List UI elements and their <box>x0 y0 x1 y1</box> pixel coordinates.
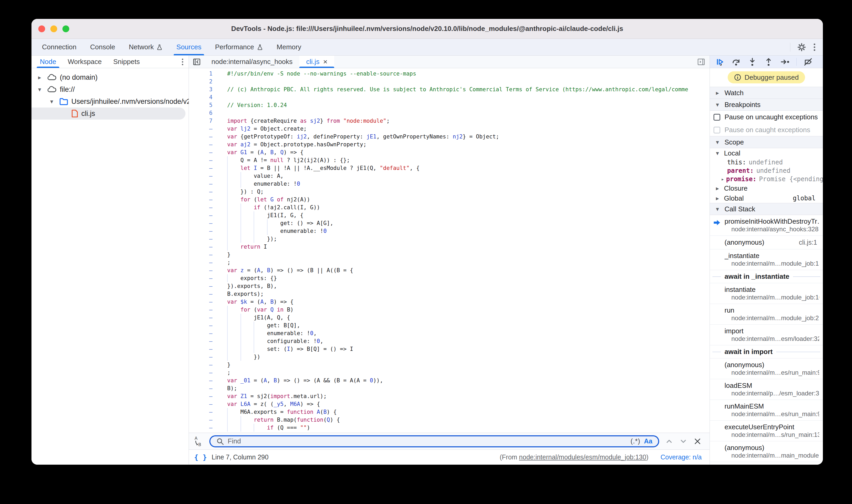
editor-tab-clijs[interactable]: cli.js × <box>299 56 334 68</box>
tree-item--no-domain-[interactable]: ▸(no domain) <box>32 71 189 84</box>
close-window-button[interactable] <box>38 25 45 32</box>
line-number[interactable]: – <box>189 180 212 188</box>
code-line[interactable]: –var lj2 = Object.create; <box>189 125 710 133</box>
code-line[interactable]: –for (var Q in B) <box>189 306 710 313</box>
find-input[interactable]: Find (.*) Aa <box>209 435 659 447</box>
code-line[interactable]: –var aj2 = Object.prototype.hasOwnProper… <box>189 141 710 148</box>
code-line[interactable]: –}) : Q; <box>189 188 710 196</box>
code-line[interactable]: –; <box>189 369 710 377</box>
code-line[interactable]: –var G1 = (A, B, Q) => { <box>189 148 710 156</box>
code-line[interactable]: –B.exports); <box>189 290 710 298</box>
coverage-link[interactable]: Coverage: n/a <box>660 453 702 461</box>
resume-button[interactable] <box>715 57 725 67</box>
settings-gear-icon[interactable] <box>797 43 806 52</box>
step-out-button[interactable] <box>764 57 773 67</box>
stack-frame[interactable]: _instantiatenode:internal/m…module_job:1… <box>710 249 823 270</box>
line-number[interactable]: – <box>189 235 212 243</box>
close-find-icon[interactable] <box>693 437 702 446</box>
code-line[interactable]: –configurable: !0, <box>189 337 710 345</box>
tab-console[interactable]: Console <box>84 39 122 55</box>
stack-frame[interactable]: runnode:internal/m…module_job:214 <box>710 304 823 325</box>
tree-item-cli-js[interactable]: cli.js <box>32 108 185 120</box>
line-number[interactable]: – <box>189 345 212 353</box>
regex-toggle[interactable]: (.*) <box>631 437 640 445</box>
code-line[interactable]: –enumerable: !0 <box>189 180 710 188</box>
line-number[interactable]: – <box>189 243 212 251</box>
code-line[interactable]: –for (let G of nj2(A)) <box>189 196 710 203</box>
hide-navigator-icon[interactable] <box>189 56 205 68</box>
line-number[interactable]: 1 <box>189 70 212 78</box>
code-line[interactable]: 3// (c) Anthropic PBC. All rights reserv… <box>189 86 710 93</box>
code-line[interactable]: –var _01 = (A, B) => () => (A && (B = A(… <box>189 377 710 384</box>
source-map-link[interactable]: node:internal/modules/esm/module_job:130 <box>519 453 646 461</box>
show-debugger-panel-icon[interactable] <box>697 58 705 66</box>
code-editor[interactable]: 1#!/usr/bin/env -S node --no-warnings --… <box>189 68 710 433</box>
pretty-print-icon[interactable]: { } <box>194 453 207 461</box>
stack-frame[interactable]: runMainESMnode:internal/m…es/run_main:98 <box>710 400 823 420</box>
line-number[interactable]: 2 <box>189 78 212 86</box>
section-call-stack[interactable]: ▾ Call Stack <box>710 203 823 215</box>
code-line[interactable]: –value: A, <box>189 172 710 180</box>
line-number[interactable]: – <box>189 211 212 219</box>
match-case-toggle[interactable]: Aa <box>644 437 652 445</box>
code-line[interactable]: 7import {createRequire as sj2} from "nod… <box>189 117 710 125</box>
line-number[interactable]: – <box>189 251 212 258</box>
line-number[interactable]: – <box>189 133 212 141</box>
stack-frame[interactable]: (anonymous)node:internal/m…main_module:2 <box>710 441 823 462</box>
line-number[interactable]: – <box>189 258 212 266</box>
line-number[interactable]: – <box>189 400 212 408</box>
line-number[interactable]: – <box>189 219 212 227</box>
code-line[interactable]: –return I <box>189 243 710 251</box>
step-into-button[interactable] <box>748 57 757 67</box>
code-line[interactable]: –if (Q === "") <box>189 424 710 432</box>
stack-frame[interactable]: (anonymous)cli.js:1 <box>710 236 823 249</box>
chevron-right-icon[interactable]: ▸ <box>35 74 44 81</box>
tab-connection[interactable]: Connection <box>35 39 84 55</box>
code-line[interactable]: –B); <box>189 384 710 392</box>
line-number[interactable]: – <box>189 298 212 306</box>
minimize-window-button[interactable] <box>50 25 57 32</box>
navigator-tab-workspace[interactable]: Workspace <box>62 56 108 68</box>
section-scope[interactable]: ▾ Scope <box>710 136 823 148</box>
stack-frame[interactable]: (anonymous)node:internal/m…es/run_main:9… <box>710 358 823 379</box>
line-number[interactable]: – <box>189 416 212 424</box>
scope-property-promise[interactable]: ▸promise:Promise {<pending>} <box>710 175 823 183</box>
line-number[interactable]: – <box>189 266 212 274</box>
section-watch[interactable]: ▸ Watch <box>710 87 823 99</box>
line-number[interactable]: – <box>189 148 212 156</box>
code-line[interactable]: –} <box>189 251 710 258</box>
zoom-window-button[interactable] <box>63 25 69 32</box>
kebab-menu-icon[interactable] <box>813 43 816 52</box>
stack-frame[interactable]: promiseInitHookWithDestroyTr…node:intern… <box>710 215 823 236</box>
line-number[interactable]: – <box>189 196 212 203</box>
line-number[interactable]: – <box>189 141 212 148</box>
code-line[interactable]: –var L6A = z( (_y5, M6A) => { <box>189 400 710 408</box>
line-number[interactable]: – <box>189 290 212 298</box>
close-tab-icon[interactable]: × <box>323 58 327 66</box>
chevron-right-icon[interactable]: ▸ <box>719 176 726 182</box>
chevron-down-icon[interactable]: ▾ <box>35 86 44 93</box>
code-line[interactable]: 2 <box>189 78 710 86</box>
line-number[interactable]: 6 <box>189 109 212 117</box>
tree-item-file-[interactable]: ▾file:// <box>32 84 189 95</box>
line-number[interactable]: – <box>189 313 212 322</box>
find-previous-icon[interactable] <box>665 437 673 446</box>
code-line[interactable]: –}); <box>189 235 710 243</box>
deactivate-breakpoints-button[interactable] <box>803 57 813 67</box>
code-line[interactable]: –var $k = (A, B) => { <box>189 298 710 306</box>
code-line[interactable]: 6 <box>189 109 710 117</box>
line-number[interactable]: – <box>189 353 212 361</box>
stack-frame[interactable]: executeUserEntryPointnode:internal/m…s/r… <box>710 420 823 441</box>
step-over-button[interactable] <box>731 57 741 67</box>
code-line[interactable]: –let I = B || !A || !A.__esModule ? jE1(… <box>189 164 710 172</box>
code-line[interactable]: –var {getPrototypeOf: ij2, definePropert… <box>189 133 710 141</box>
section-breakpoints[interactable]: ▾ Breakpoints <box>710 98 823 111</box>
code-line[interactable]: 5// Version: 1.0.24 <box>189 101 710 109</box>
line-number[interactable]: – <box>189 361 212 369</box>
code-line[interactable]: –M6A.exports = function A(B) { <box>189 408 710 416</box>
code-line[interactable]: –enumerable: !0 <box>189 227 710 235</box>
tab-sources[interactable]: Sources <box>170 39 208 55</box>
line-number[interactable]: – <box>189 274 212 282</box>
pause-on-uncaught-checkbox[interactable] <box>713 114 720 121</box>
code-line[interactable]: –exports: {} <box>189 274 710 282</box>
